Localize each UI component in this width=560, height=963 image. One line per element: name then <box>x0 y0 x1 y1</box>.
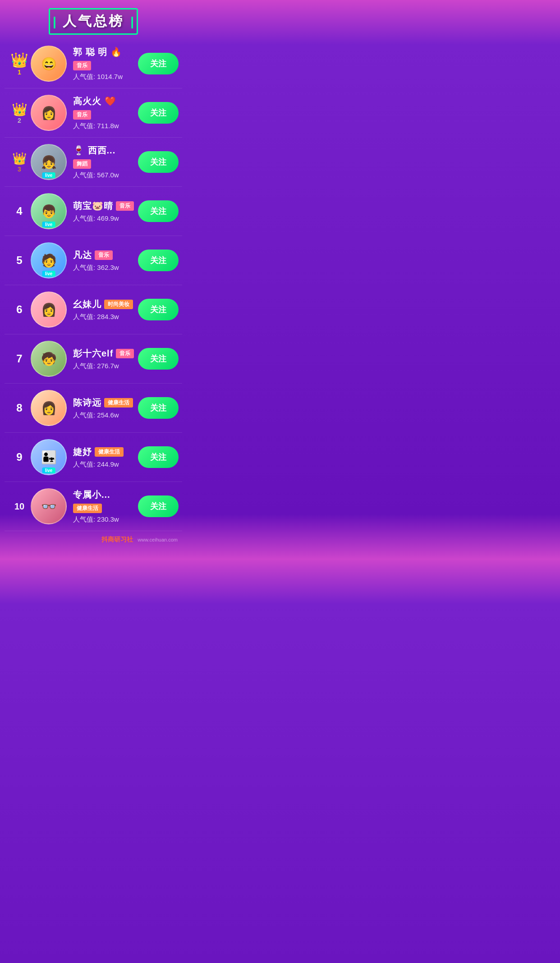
live-badge: live <box>42 222 55 227</box>
user-name: 🍷 西西... <box>73 144 115 157</box>
user-name-row: 萌宝🐷晴 音乐 <box>73 200 134 212</box>
category-tag: 舞蹈 <box>73 159 91 169</box>
user-name: 婕妤 <box>73 446 92 458</box>
list-item: 👑 3 👧 live 🍷 西西... 舞蹈 人气值: 567.0w 关注 <box>5 138 182 187</box>
follow-button[interactable]: 关注 <box>138 200 179 222</box>
avatar-wrapper: 👩 <box>31 390 67 426</box>
avatar: 👓 <box>31 488 67 524</box>
popularity-value: 人气值: 711.8w <box>73 122 134 130</box>
category-tag: 健康生活 <box>95 447 124 457</box>
rank-number: 5 <box>8 254 31 267</box>
user-info: 陈诗远 健康生活 人气值: 254.6w <box>73 397 134 420</box>
follow-button[interactable]: 关注 <box>138 102 179 124</box>
header: 人气总榜 <box>0 0 187 39</box>
user-name: 专属小... <box>73 489 110 501</box>
live-badge: live <box>42 468 55 473</box>
avatar-wrapper: 👦 live <box>31 193 67 229</box>
user-info: 彭十六elf 音乐 人气值: 276.7w <box>73 347 134 370</box>
follow-button[interactable]: 关注 <box>138 250 179 271</box>
user-name: 凡达 <box>73 249 92 261</box>
live-badge: live <box>42 271 55 277</box>
category-tag: 音乐 <box>73 61 91 70</box>
avatar-wrapper: 😄 <box>31 46 67 82</box>
avatar-wrapper: 👓 <box>31 488 67 524</box>
follow-button[interactable]: 关注 <box>138 446 179 468</box>
rank-number: 9 <box>8 451 31 463</box>
list-item: 5 🧑 live 凡达 音乐 人气值: 362.3w 关注 <box>5 236 182 285</box>
follow-button[interactable]: 关注 <box>138 397 179 419</box>
user-name-row: 专属小... 健康生活 <box>73 489 134 513</box>
avatar-wrapper: 👩 <box>31 292 67 328</box>
brand-logo: 抖商研习社 <box>101 536 133 544</box>
user-name-row: 彭十六elf 音乐 <box>73 347 134 360</box>
list-item: 7 🧒 彭十六elf 音乐 人气值: 276.7w 关注 <box>5 334 182 384</box>
avatar: 😄 <box>31 46 67 82</box>
category-tag: 音乐 <box>95 250 113 260</box>
rank-number: 10 <box>8 501 31 512</box>
popularity-value: 人气值: 362.3w <box>73 264 134 272</box>
user-info: 幺妹儿 时尚美妆 人气值: 284.3w <box>73 298 134 321</box>
popularity-value: 人气值: 1014.7w <box>73 73 134 81</box>
list-item: 10 👓 专属小... 健康生活 人气值: 230.3w 关注 <box>5 482 182 531</box>
header-title-box: 人气总榜 <box>49 8 138 35</box>
category-tag: 音乐 <box>116 201 134 211</box>
avatar: 👩 <box>31 390 67 426</box>
user-name: 萌宝🐷晴 <box>73 200 113 212</box>
list-item: 👑 2 👩 高火火 ❤️ 音乐 人气值: 711.8w 关注 <box>5 88 182 138</box>
popularity-value: 人气值: 276.7w <box>73 362 134 370</box>
follow-button[interactable]: 关注 <box>138 348 179 370</box>
page-title: 人气总榜 <box>63 14 124 28</box>
user-info: 凡达 音乐 人气值: 362.3w <box>73 249 134 272</box>
live-badge: live <box>42 172 55 178</box>
category-tag: 健康生活 <box>104 398 133 407</box>
user-info: 🍷 西西... 舞蹈 人气值: 567.0w <box>73 144 134 180</box>
avatar-wrapper: 🧑 live <box>31 242 67 278</box>
rank-number: 👑 2 <box>8 102 31 124</box>
rank-number: 8 <box>8 402 31 414</box>
rank-number: 👑 3 <box>8 152 31 173</box>
user-name: 高火火 ❤️ <box>73 95 116 107</box>
popularity-value: 人气值: 244.9w <box>73 460 134 469</box>
rank-number: 6 <box>8 303 31 316</box>
avatar: 👩 <box>31 292 67 328</box>
user-name-row: 🍷 西西... 舞蹈 <box>73 144 134 169</box>
popularity-value: 人气值: 230.3w <box>73 515 134 524</box>
avatar-wrapper: 👨‍👧 live <box>31 439 67 475</box>
user-info: 专属小... 健康生活 人气值: 230.3w <box>73 489 134 524</box>
page-wrapper: 人气总榜 👑 1 😄 郭 聪 明 🔥 音乐 人气值: 1014.7w 关注 👑 … <box>0 0 187 559</box>
list-item: 4 👦 live 萌宝🐷晴 音乐 人气值: 469.9w 关注 <box>5 187 182 236</box>
user-info: 婕妤 健康生活 人气值: 244.9w <box>73 446 134 469</box>
user-name-row: 陈诗远 健康生活 <box>73 397 134 409</box>
user-name: 郭 聪 明 🔥 <box>73 46 122 58</box>
avatar-wrapper: 👩 <box>31 95 67 131</box>
user-name-row: 高火火 ❤️ 音乐 <box>73 95 134 120</box>
user-info: 萌宝🐷晴 音乐 人气值: 469.9w <box>73 200 134 223</box>
avatar: 👩 <box>31 95 67 131</box>
follow-button[interactable]: 关注 <box>138 53 179 74</box>
list-item: 9 👨‍👧 live 婕妤 健康生活 人气值: 244.9w 关注 <box>5 433 182 482</box>
avatar-wrapper: 🧒 <box>31 341 67 377</box>
rank-list: 👑 1 😄 郭 聪 明 🔥 音乐 人气值: 1014.7w 关注 👑 2 👩 高… <box>0 39 187 531</box>
follow-button[interactable]: 关注 <box>138 495 179 517</box>
user-name-row: 郭 聪 明 🔥 音乐 <box>73 46 134 70</box>
avatar: 🧒 <box>31 341 67 377</box>
popularity-value: 人气值: 254.6w <box>73 411 134 420</box>
user-name: 幺妹儿 <box>73 298 101 310</box>
rank-number: 4 <box>8 205 31 218</box>
user-name-row: 婕妤 健康生活 <box>73 446 134 458</box>
user-info: 郭 聪 明 🔥 音乐 人气值: 1014.7w <box>73 46 134 81</box>
follow-button[interactable]: 关注 <box>138 299 179 320</box>
avatar-wrapper: 👧 live <box>31 144 67 180</box>
list-item: 👑 1 😄 郭 聪 明 🔥 音乐 人气值: 1014.7w 关注 <box>5 39 182 88</box>
user-name: 陈诗远 <box>73 397 101 409</box>
category-tag: 健康生活 <box>73 504 102 513</box>
popularity-value: 人气值: 567.0w <box>73 171 134 180</box>
category-tag: 时尚美妆 <box>104 300 133 309</box>
user-info: 高火火 ❤️ 音乐 人气值: 711.8w <box>73 95 134 130</box>
follow-button[interactable]: 关注 <box>138 151 179 173</box>
rank-number: 7 <box>8 352 31 365</box>
category-tag: 音乐 <box>73 110 91 120</box>
popularity-value: 人气值: 469.9w <box>73 214 134 223</box>
list-item: 6 👩 幺妹儿 时尚美妆 人气值: 284.3w 关注 <box>5 285 182 334</box>
watermark-site: www.ceihuan.com <box>138 537 178 542</box>
